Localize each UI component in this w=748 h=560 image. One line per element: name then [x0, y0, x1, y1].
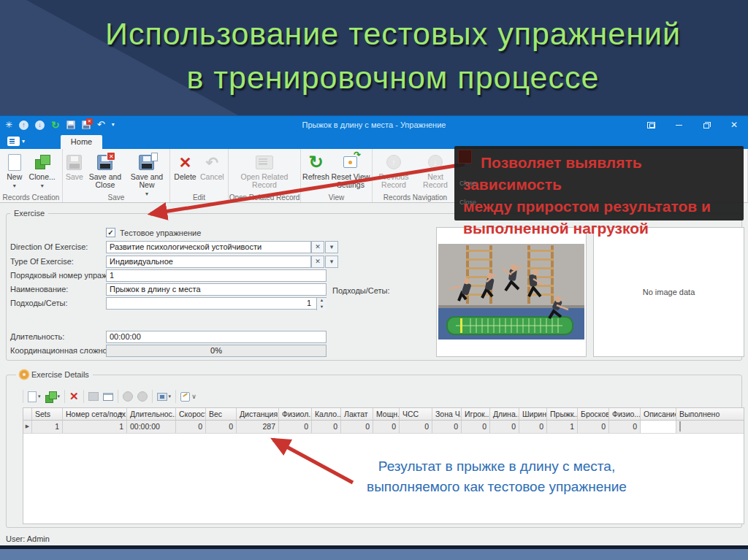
details-clone-button[interactable]: ▾ [45, 391, 61, 402]
exercise-photo-panel [436, 227, 587, 357]
sets-spinner-buttons: ▲ ▼ [316, 298, 327, 310]
col-description[interactable]: Описание ... [641, 408, 676, 420]
details-edit-filter-button[interactable]: ∨ [180, 392, 196, 402]
col-throws[interactable]: Бросков [578, 408, 609, 420]
next-record-quick-icon[interactable]: ↓ [35, 120, 45, 130]
details-delete-button[interactable]: ✕ [69, 390, 79, 403]
col-lactate[interactable]: Лактат [341, 408, 373, 420]
direction-dropdown-icon[interactable]: ▾ [325, 241, 338, 253]
direction-clear-icon[interactable]: ✕ [311, 241, 324, 253]
sets-spinner[interactable]: 1 [106, 297, 327, 310]
completed-cell [676, 421, 744, 433]
slide-title-line2: в тренировочном процессе [19, 55, 748, 99]
slide: Использование тестовых упражнений в трен… [0, 0, 748, 560]
application-menu-caret-icon: ▾ [22, 138, 25, 145]
col-sets[interactable]: Sets [32, 408, 63, 420]
measuring-mat [447, 317, 573, 334]
result-note-line2: выполняемого как тестовое упражнение [329, 477, 665, 497]
col-jumps[interactable]: Прыжк... [547, 408, 578, 420]
reset-view-settings-button[interactable]: ↷ Reset View Settings [331, 151, 370, 189]
details-move-up-button[interactable] [123, 391, 133, 402]
details-open-window-button[interactable] [103, 393, 113, 401]
window-titlebar: ✳ ↑ ↓ ↻ ✕ ↶ ▾ Прыжок в длину с места - У… [0, 116, 748, 134]
previous-record-button[interactable]: ↑ Previous Record [375, 151, 413, 189]
col-hr[interactable]: ЧСС [400, 408, 432, 420]
refresh-quick-icon[interactable]: ↻ [51, 120, 60, 129]
ribbon-group-open-related-record: Open Related Record Open Related Record [229, 149, 301, 202]
details-copy-button[interactable] [88, 392, 99, 401]
previous-record-quick-icon[interactable]: ↑ [19, 120, 28, 130]
status-bar: User: Admin [0, 533, 748, 545]
details-export-button[interactable]: ▾ [157, 393, 172, 401]
type-dropdown-icon[interactable]: ▾ [325, 256, 338, 268]
col-duration[interactable]: Длительнос... [127, 408, 176, 420]
tab-home[interactable]: Home [61, 135, 102, 149]
exercise-group-caption: Exercise [10, 209, 48, 218]
description-cell[interactable] [641, 421, 676, 433]
coordination-progress: 0% [106, 345, 327, 357]
application-menu-button[interactable]: ▾ [7, 136, 32, 147]
test-exercise-checkbox[interactable]: ✓ [106, 228, 115, 237]
qat-customize-caret-icon[interactable]: ▾ [112, 120, 115, 129]
side-label-sets: Подходы/Сеты: [332, 286, 390, 295]
spin-down-icon[interactable]: ▼ [317, 304, 327, 311]
save-button[interactable]: Save [66, 151, 83, 181]
col-weight[interactable]: Вес [206, 408, 237, 420]
quick-access-toolbar: ✳ ↑ ↓ ↻ ✕ ↶ ▾ [0, 120, 115, 130]
previous-record-icon: ↑ [386, 155, 401, 169]
col-length[interactable]: Длина... [490, 408, 519, 420]
col-speed[interactable]: Скорость [176, 408, 206, 420]
no-image-text: No image data [643, 288, 695, 296]
col-distance[interactable]: Дистанция [237, 408, 279, 420]
annotation-line2: между приростом результатов и [463, 196, 736, 218]
clone-icon [34, 154, 50, 170]
restore-button[interactable] [692, 116, 720, 134]
type-clear-icon[interactable]: ✕ [311, 256, 324, 268]
col-hr-zone[interactable]: Зона Ч... [432, 408, 462, 420]
save-and-new-button[interactable]: Save and New ▾ [127, 151, 167, 198]
clone-button[interactable]: Clone... ▾ [29, 151, 56, 190]
save-quick-icon[interactable] [66, 120, 75, 129]
save-and-close-button[interactable]: ✕ Save and Close [86, 151, 124, 189]
next-record-button[interactable]: ↓ Next Record [415, 151, 456, 189]
delete-button[interactable]: ✕ Delete [174, 151, 196, 181]
col-player[interactable]: Игрок... [462, 408, 490, 420]
close-button[interactable]: ✕ [720, 116, 748, 134]
open-related-record-button[interactable]: Open Related Record [235, 151, 294, 189]
spin-up-icon[interactable]: ▲ [317, 298, 327, 304]
details-move-down-button[interactable] [137, 391, 148, 402]
field-label-duration: Длительность: [10, 332, 64, 341]
col-physio1[interactable]: Физиол... [279, 408, 312, 420]
exercise-details-groupbox: ▾ ▾ ✕ ▾ ∨ Sets ▲Номер сета/подх. [6, 375, 742, 528]
cancel-button[interactable]: ↶ Cancel [200, 151, 224, 181]
col-width[interactable]: Ширин... [519, 408, 547, 420]
col-set-number[interactable]: ▲Номер сета/подх... [63, 408, 127, 420]
slide-title: Использование тестовых упражнений в трен… [19, 12, 748, 99]
save-and-new-icon [139, 155, 154, 170]
refresh-button[interactable]: ↻ Refresh [302, 151, 329, 181]
duration-input[interactable]: 00:00:00 [106, 331, 327, 343]
type-of-exercise-combo[interactable]: Индивидуальное [106, 256, 311, 268]
col-completed[interactable]: Выполнено [676, 408, 744, 420]
annotation-box: Close Close Позволяет выявлять зависимос… [454, 146, 744, 220]
new-button[interactable]: New ▾ [7, 151, 22, 190]
col-power[interactable]: Мощн... [373, 408, 400, 420]
gear-icon [20, 370, 28, 379]
details-new-button[interactable]: ▾ [28, 391, 41, 402]
col-calories[interactable]: Калло... [312, 408, 341, 420]
undo-quick-icon[interactable]: ↶ [97, 120, 105, 129]
direction-of-exercise-combo[interactable]: Развитие психологической устойчивости [106, 241, 311, 253]
row-indicator-icon: ▶ [23, 421, 32, 433]
window-controls: ✕ [637, 116, 748, 134]
grid-data-row[interactable]: ▶ 1 1 00:00:00 0 0 287 0 0 0 0 0 0 0 0 0 [23, 421, 744, 434]
name-input[interactable]: Прыжок в длину с места [106, 283, 327, 296]
field-label-type: Type Of Exercise: [10, 257, 74, 266]
minimize-icon [676, 125, 682, 126]
order-number-input[interactable]: 1 [106, 269, 327, 282]
minimize-button[interactable] [665, 116, 692, 134]
fullscreen-button[interactable] [637, 116, 665, 134]
save-and-close-quick-icon[interactable]: ✕ [82, 120, 91, 129]
completed-checkbox[interactable] [679, 421, 681, 431]
field-label-direction: Direction Of Exercise: [10, 242, 88, 251]
col-physio2[interactable]: Физио... [609, 408, 641, 420]
